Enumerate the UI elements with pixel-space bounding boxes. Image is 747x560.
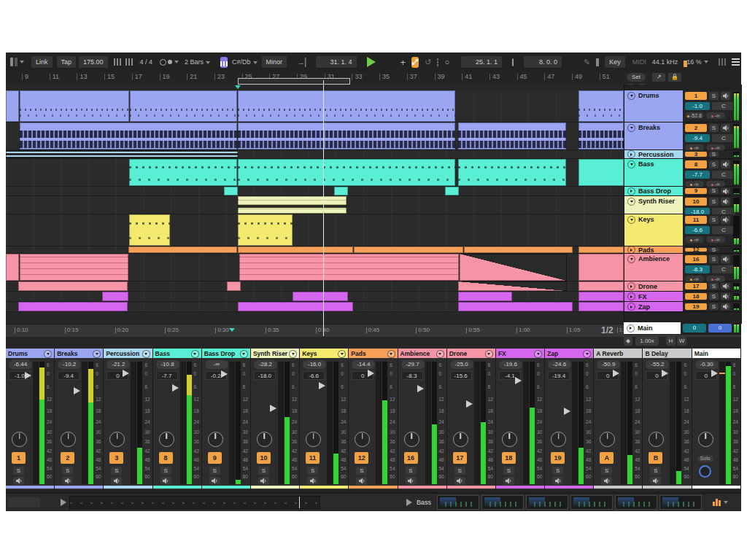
- track-pan-field[interactable]: C: [712, 134, 735, 142]
- volume-field[interactable]: -8.3: [401, 371, 423, 380]
- track-volume-field[interactable]: -8.3: [685, 265, 710, 273]
- set-marker-button[interactable]: Set: [627, 73, 646, 82]
- mixer-strip-breaks[interactable]: Breaks-10.2-9.46061218243036424854602S: [55, 349, 104, 490]
- track-header-drums[interactable]: Drums1S-1.0C-52.8-∞: [624, 90, 742, 122]
- fold-icon[interactable]: [627, 150, 635, 158]
- strip-fold-icon[interactable]: [191, 350, 199, 358]
- strip-monitor-icon[interactable]: [111, 477, 122, 485]
- follow-icon[interactable]: →▏: [297, 58, 311, 67]
- clip-bass-drop[interactable]: [334, 187, 348, 195]
- fader-track[interactable]: [278, 362, 284, 484]
- mixer-strip-keys[interactable]: Keys-16.0-6.660612182430364248546011S: [300, 349, 349, 490]
- cue-volume-knob[interactable]: [699, 465, 711, 478]
- monitor-speaker-icon[interactable]: [721, 198, 730, 206]
- track-number-button[interactable]: 11: [685, 216, 707, 224]
- strip-solo-button[interactable]: S: [552, 467, 563, 475]
- peak-level-field[interactable]: -16.0: [303, 360, 326, 369]
- peak-level-field[interactable]: -14.4: [352, 360, 375, 369]
- loop-start-field[interactable]: 25. 1. 1: [461, 56, 502, 68]
- strip-number-button[interactable]: 12: [355, 452, 368, 464]
- loop-switch-icon[interactable]: [512, 58, 514, 66]
- fold-icon[interactable]: [627, 282, 635, 290]
- solo-button[interactable]: S: [709, 283, 719, 289]
- strip-monitor-icon[interactable]: [62, 477, 73, 485]
- strip-solo-button[interactable]: S: [258, 467, 269, 475]
- clip-breaks[interactable]: [578, 122, 624, 149]
- clip-drone[interactable]: [458, 281, 567, 291]
- strip-solo-button[interactable]: S: [209, 467, 220, 475]
- solo-button[interactable]: S: [709, 255, 719, 263]
- key-map-button[interactable]: Key: [605, 56, 625, 68]
- mixer-strip-synth-riser[interactable]: Synth Riser-28.2-18.06061218243036424854…: [251, 349, 300, 490]
- track-number-button[interactable]: 2: [685, 124, 707, 132]
- height-zoom-button[interactable]: H: [666, 337, 676, 346]
- track-volume-field[interactable]: -6.6: [685, 226, 710, 234]
- volume-field[interactable]: -9.4: [58, 371, 80, 380]
- strip-monitor-icon[interactable]: [356, 477, 367, 485]
- volume-field[interactable]: -19.4: [548, 371, 570, 380]
- track-pan-field[interactable]: C: [712, 226, 735, 234]
- solo-button[interactable]: S: [709, 248, 719, 252]
- nudge-up-icon[interactable]: [125, 58, 134, 66]
- solo-button[interactable]: S: [709, 92, 719, 100]
- monitor-speaker-icon[interactable]: [721, 293, 730, 300]
- strip-monitor-icon[interactable]: [13, 477, 24, 485]
- clip-preview-play-icon[interactable]: [61, 499, 66, 506]
- loop-region[interactable]: [238, 78, 350, 85]
- quantize-menu[interactable]: 2 Bars: [185, 58, 210, 66]
- mixer-strip-drums[interactable]: Drums-6.44-1.06061218243036424854601S: [6, 349, 55, 490]
- fold-icon[interactable]: [627, 198, 635, 206]
- solo-button[interactable]: S: [709, 293, 719, 300]
- pan-knob[interactable]: [551, 432, 566, 447]
- clip-ambience[interactable]: [460, 254, 567, 281]
- strip-number-button[interactable]: 18: [502, 452, 516, 464]
- track-header-zap[interactable]: Zap19S: [624, 302, 742, 312]
- fader-handle[interactable]: [25, 372, 31, 379]
- fader-handle[interactable]: [221, 370, 228, 378]
- strip-solo-button[interactable]: S: [406, 467, 417, 475]
- send-a-field[interactable]: -∞: [685, 236, 704, 243]
- fold-icon[interactable]: [627, 303, 635, 311]
- fader-handle[interactable]: [172, 384, 179, 392]
- clip-breaks[interactable]: [458, 122, 566, 149]
- clip-bass[interactable]: [458, 159, 566, 186]
- draw-mode-icon[interactable]: ○: [444, 58, 449, 66]
- clip-pads[interactable]: [238, 246, 353, 253]
- pan-knob[interactable]: [159, 432, 174, 447]
- clip-drums[interactable]: [6, 90, 19, 122]
- strip-monitor-icon[interactable]: [209, 477, 220, 485]
- fader-track[interactable]: [180, 362, 186, 484]
- device-thumbnail[interactable]: [570, 495, 613, 510]
- strip-fold-icon[interactable]: [485, 350, 493, 358]
- device-thumbnail[interactable]: [526, 495, 568, 510]
- strip-number-button[interactable]: 17: [453, 452, 467, 464]
- mixer-strip-bass[interactable]: Bass-10.8-7.76061218243036424854608S: [153, 349, 202, 490]
- pan-knob[interactable]: [355, 432, 370, 447]
- peak-level-field[interactable]: -∞: [205, 360, 228, 369]
- solo-button[interactable]: S: [709, 152, 719, 157]
- strip-number-button[interactable]: 8: [159, 452, 173, 464]
- arrangement-position-field[interactable]: 31. 1. 4: [316, 56, 357, 68]
- mixer-strip-a-reverb[interactable]: A Reverb-50.90606121824303642485460AS: [594, 349, 643, 490]
- fader-handle[interactable]: [417, 385, 424, 392]
- clip-drone[interactable]: [227, 281, 241, 291]
- track-header-ambience[interactable]: Ambience16S-8.3C-∞-∞: [624, 254, 742, 281]
- main-track-header[interactable]: Main 0 0: [624, 322, 741, 335]
- track-number-button[interactable]: 10: [685, 198, 707, 206]
- strip-monitor-icon[interactable]: [601, 477, 612, 485]
- fader-track[interactable]: [719, 362, 725, 484]
- strip-number-button[interactable]: 3: [109, 452, 123, 464]
- clip-percussion[interactable]: [6, 150, 238, 158]
- pan-knob[interactable]: [600, 432, 615, 447]
- mixer-strip-drone[interactable]: Drone-25.0-15.660612182430364248546017S: [447, 349, 496, 490]
- mixer-strip-main[interactable]: Main-0.300606121824303642485460Solo: [692, 349, 741, 490]
- fader-handle[interactable]: [319, 382, 325, 389]
- clip-zap[interactable]: [238, 302, 353, 311]
- clip-pads[interactable]: [128, 246, 237, 253]
- strip-fold-icon[interactable]: [534, 350, 542, 358]
- punch-out-icon[interactable]: [517, 61, 518, 63]
- strip-fold-icon[interactable]: [387, 350, 395, 358]
- clip-fx[interactable]: [578, 292, 624, 301]
- fader-handle[interactable]: [662, 370, 668, 377]
- track-pan-field[interactable]: C: [712, 171, 735, 179]
